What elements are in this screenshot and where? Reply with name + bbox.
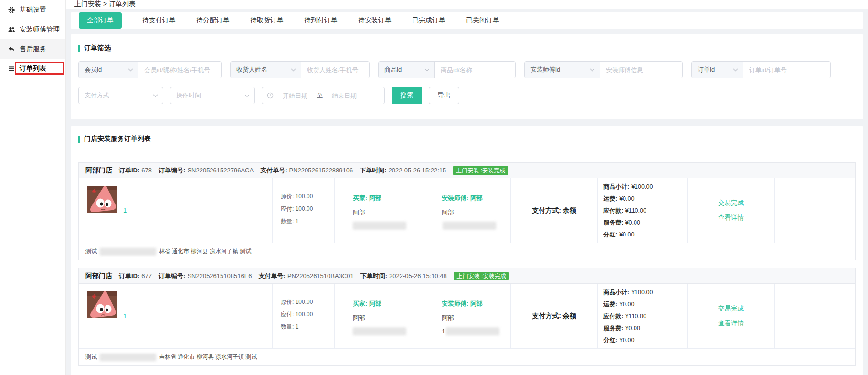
sidebar-item-basic-settings[interactable]: 基础设置 — [0, 0, 65, 20]
order-id-label: 订单ID: — [119, 167, 139, 174]
filter-product: 商品id — [378, 61, 516, 78]
tab-pending-assignment[interactable]: 待分配订单 — [196, 16, 230, 25]
breadcrumb-bar: 上门安装 > 订单列表 — [66, 0, 868, 9]
amounts-cell: 商品小计:¥100.00 运费:¥0.00 应付款:¥110.00 服务费:¥0… — [598, 178, 688, 243]
order-id-value: 677 — [141, 272, 152, 279]
search-button[interactable]: 搜索 — [392, 87, 422, 104]
installer-cell: 安装师傅: 阿部 阿部 1 — [423, 284, 511, 348]
view-detail-link[interactable]: 查看详情 — [718, 319, 744, 328]
tab-pending-pickup[interactable]: 待取货订单 — [250, 16, 284, 25]
due-price-value: 100.00 — [296, 205, 313, 212]
tab-all-orders[interactable]: 全部订单 — [79, 12, 122, 29]
installer-title: 安装师傅: 阿部 — [442, 300, 510, 308]
installer-nickname: 阿部 — [442, 208, 510, 217]
order-id-select[interactable]: 订单id — [692, 62, 743, 78]
subtotal-value: ¥100.00 — [631, 183, 653, 190]
sidebar-item-label: 订单列表 — [20, 64, 46, 73]
filter-section-title: 订单筛选 — [78, 44, 856, 53]
subtotal-label: 商品小计: — [603, 183, 629, 190]
order-no-label: 订单编号: — [159, 272, 185, 279]
product-id-select[interactable]: 商品id — [379, 62, 435, 78]
pay-method-select[interactable]: 支付方式 — [78, 87, 163, 104]
installer-phone-prefix: 1 — [442, 328, 445, 335]
product-quantity: 1 — [123, 312, 127, 320]
original-price-value: 100.00 — [296, 193, 313, 200]
payable-label: 应付款: — [603, 313, 624, 320]
users-icon — [8, 26, 15, 33]
tab-pending-payment[interactable]: 待支付订单 — [142, 16, 176, 25]
installer-id-select[interactable]: 安装师傅id — [525, 62, 600, 78]
sidebar-item-installer-management[interactable]: 安装师傅管理 — [0, 20, 65, 39]
address-prefix: 测试 — [85, 353, 97, 361]
payment-label: 支付方式: — [532, 206, 561, 214]
date-range-picker[interactable]: 至 — [262, 87, 385, 104]
dividend-value: ¥0.00 — [619, 231, 634, 238]
installer-nickname: 阿部 — [442, 314, 510, 322]
pay-no-label: 支付单号: — [260, 167, 287, 174]
payment-label: 支付方式: — [532, 312, 561, 320]
order-list-panel: 门店安装服务订单列表 阿部门店 订单ID:678 订单编号:SN22052615… — [71, 126, 863, 375]
operate-time-select[interactable]: 操作时间 — [170, 87, 255, 104]
pay-no-value: PN2205261510BA3C01 — [287, 272, 354, 279]
due-price-label: 应付: — [281, 205, 294, 212]
quantity-label: 数量: — [281, 218, 294, 225]
tab-pending-install[interactable]: 待安装订单 — [358, 16, 392, 25]
chevron-down-icon — [291, 68, 296, 72]
receiver-name-select[interactable]: 收货人姓名 — [231, 62, 301, 78]
shipping-value: ¥0.00 — [619, 195, 634, 202]
sidebar-item-order-list[interactable]: 订单列表 — [0, 59, 65, 78]
filter-receiver: 收货人姓名 — [230, 61, 370, 78]
order-time-value: 2022-05-26 15:10:48 — [389, 272, 447, 279]
filter-order: 订单id — [691, 61, 831, 78]
shipping-value: ¥0.00 — [619, 301, 634, 308]
product-cell: 1 — [79, 284, 273, 348]
order-id-value: 678 — [141, 167, 152, 174]
start-date-input[interactable] — [275, 92, 315, 99]
empty-cell — [775, 284, 855, 348]
view-detail-link[interactable]: 查看详情 — [718, 214, 744, 222]
member-search-input[interactable] — [138, 62, 221, 78]
chevron-down-icon — [733, 68, 738, 72]
end-date-input[interactable] — [325, 92, 364, 99]
filter-member: 会员id — [78, 61, 222, 78]
breadcrumb: 上门安装 > 订单列表 — [74, 0, 136, 9]
order-no-label: 订单编号: — [159, 167, 185, 174]
quantity-label: 数量: — [281, 323, 294, 330]
redacted-installer-phone — [446, 327, 499, 335]
product-image — [87, 291, 117, 318]
list-section-title: 门店安装服务订单列表 — [78, 135, 856, 143]
receiver-search-input[interactable] — [301, 62, 369, 78]
service-fee-label: 服务费: — [603, 219, 624, 226]
store-name: 阿部门店 — [85, 166, 112, 175]
member-id-select[interactable]: 会员id — [79, 62, 138, 78]
quantity-value: 1 — [296, 323, 299, 330]
installer-cell: 安装师傅: 阿部 阿部 — [423, 178, 511, 243]
price-cell: 原价: 100.00 应付: 100.00 数量: 1 — [273, 178, 335, 243]
trade-status-text: 交易完成 — [718, 199, 744, 207]
buyer-title: 买家: 阿部 — [353, 300, 423, 308]
order-search-input[interactable] — [743, 62, 830, 78]
order-address-row: 测试 林省 通化市 柳河县 凉水河子镇 测试 — [79, 243, 855, 260]
address-prefix: 测试 — [85, 247, 97, 256]
order-address-row: 测试 吉林省 通化市 柳河县 凉水河子镇 测试 — [79, 348, 855, 365]
dividend-label: 分红: — [603, 337, 617, 343]
order-no-value: SN22052615108516E6 — [187, 272, 252, 279]
installer-search-input[interactable] — [600, 62, 682, 78]
shipping-label: 运费: — [603, 301, 617, 308]
address-text: 吉林省 通化市 柳河县 凉水河子镇 测试 — [159, 353, 257, 361]
amounts-cell: 商品小计:¥100.00 运费:¥0.00 应付款:¥110.00 服务费:¥0… — [598, 284, 688, 348]
product-search-input[interactable] — [435, 62, 515, 78]
chevron-down-icon — [128, 68, 133, 72]
order-status-badge: 上门安装 :安装完成 — [453, 166, 508, 175]
tab-pending-cod[interactable]: 待到付订单 — [304, 16, 338, 25]
sidebar-item-after-sale[interactable]: 售后服务 — [0, 39, 65, 59]
gear-icon — [8, 6, 15, 14]
redacted-buyer-phone — [353, 222, 406, 230]
tab-closed[interactable]: 已关闭订单 — [466, 16, 499, 25]
redacted-address — [100, 248, 156, 256]
filter-row-2: 支付方式 操作时间 至 搜索 导出 — [78, 87, 856, 104]
action-cell: 交易完成 查看详情 — [688, 178, 775, 243]
trade-status-text: 交易完成 — [718, 304, 744, 313]
tab-completed[interactable]: 已完成订单 — [412, 16, 445, 25]
export-button[interactable]: 导出 — [429, 87, 459, 104]
